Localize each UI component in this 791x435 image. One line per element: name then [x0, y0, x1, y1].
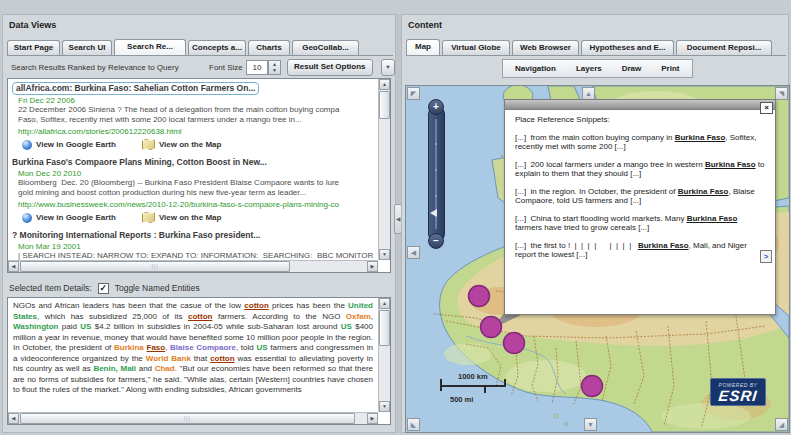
- scroll-left-icon[interactable]: ◀: [8, 261, 19, 272]
- popup-title-bar[interactable]: [505, 100, 775, 110]
- named-entity: Faso: [147, 343, 166, 352]
- zoom-slider-handle[interactable]: [430, 209, 437, 217]
- zoom-out-button[interactable]: −: [428, 233, 444, 249]
- pan-bottom-right-icon[interactable]: ◢: [775, 418, 788, 431]
- tab-charts[interactable]: Charts: [248, 40, 290, 55]
- result-title[interactable]: Burkina Faso's Compaore Plans Mining, Co…: [12, 157, 378, 168]
- data-views-tabbar: Start Page Search UI Search Re... Concep…: [7, 39, 393, 56]
- tab-concepts[interactable]: Concepts a...: [188, 40, 246, 55]
- data-views-title: Data Views: [9, 20, 56, 30]
- place-entity[interactable]: Burkina Faso: [638, 241, 689, 250]
- content-panel: Content Map Virtual Globe Web Browser Hy…: [401, 14, 789, 433]
- details-plain-text: ,: [371, 312, 373, 321]
- scroll-up-icon[interactable]: ▲: [379, 298, 390, 309]
- tab-search-ui[interactable]: Search UI: [62, 40, 112, 55]
- results-controls-row: Search Results Ranked by Relevance to Qu…: [9, 59, 391, 77]
- result-snippet-line: Faso, Sofitex, recently met with some 20…: [12, 115, 378, 125]
- search-results-list: allAfrica.com: Burkina Faso: Sahelian Co…: [7, 78, 391, 273]
- result-snippet-line: gold mining and boost cotton production …: [12, 188, 378, 198]
- details-vscroll-thumb[interactable]: [379, 310, 390, 346]
- tab-web-browser[interactable]: Web Browser: [512, 40, 579, 55]
- pan-bottom-left-icon[interactable]: ◣: [407, 418, 420, 431]
- search-result-item[interactable]: Burkina Faso's Compaore Plans Mining, Co…: [12, 157, 378, 223]
- app-window: Data Views Start Page Search UI Search R…: [0, 0, 791, 435]
- result-set-options-button[interactable]: Result Set Options: [287, 59, 373, 76]
- zoom-in-button[interactable]: +: [428, 99, 444, 115]
- place-entity[interactable]: Burkina Faso: [705, 160, 756, 169]
- zoom-slider[interactable]: + −: [428, 106, 445, 242]
- navigation-menu-button[interactable]: Navigation: [515, 64, 556, 73]
- details-vertical-scrollbar[interactable]: ▲ ▼: [378, 298, 390, 412]
- result-snippet-line: 22 December 2006 Siniena ? The head of a…: [12, 105, 378, 115]
- map-toolbar: Navigation Layers Draw Print: [502, 59, 693, 78]
- scroll-down-icon[interactable]: ▼: [379, 401, 390, 412]
- font-size-stepper[interactable]: ▲▼: [268, 60, 281, 75]
- details-plain-text: and: [136, 364, 155, 373]
- view-in-google-earth-link[interactable]: View in Google Earth: [22, 140, 116, 150]
- snippet-text: [...] from the main cotton buying compan…: [515, 133, 675, 142]
- tab-geocollab[interactable]: GeoCollab...: [292, 40, 359, 55]
- named-entity: cotton: [244, 301, 268, 310]
- result-title-selected[interactable]: allAfrica.com: Burkina Faso: Sahelian Co…: [12, 82, 259, 95]
- map-marker[interactable]: [469, 286, 490, 307]
- tab-start-page[interactable]: Start Page: [7, 40, 60, 55]
- result-snippet-line: Bloomberg Dec. 20 (Bloomberg) -- Burkina…: [12, 178, 378, 188]
- scroll-down-icon[interactable]: ▼: [379, 249, 390, 260]
- font-size-decrease-icon[interactable]: ▼: [269, 67, 280, 73]
- scroll-right-icon[interactable]: ▶: [367, 261, 378, 272]
- toggle-named-entities-label: Toggle Named Entities: [115, 283, 200, 293]
- tab-search-results[interactable]: Search Re...: [114, 39, 186, 55]
- tab-virtual-globe[interactable]: Virtual Globe: [442, 40, 510, 55]
- pan-top-left-icon[interactable]: ◤: [407, 87, 420, 100]
- map-marker[interactable]: [481, 317, 502, 338]
- result-url[interactable]: http://allafrica.com/stories/20061222063…: [12, 127, 378, 137]
- search-result-item[interactable]: allAfrica.com: Burkina Faso: Sahelian Co…: [12, 82, 378, 150]
- scroll-left-icon[interactable]: ◀: [8, 413, 19, 424]
- font-size-input[interactable]: 10: [246, 60, 268, 75]
- tab-hypotheses[interactable]: Hypotheses and E...: [581, 40, 674, 55]
- layers-menu-button[interactable]: Layers: [576, 64, 602, 73]
- results-horizontal-scrollbar[interactable]: ◀ ||| ▶: [8, 260, 378, 272]
- pan-left-icon[interactable]: ◀: [407, 246, 420, 259]
- details-hscroll-thumb[interactable]: |||: [20, 413, 355, 424]
- search-ranked-label: Search Results Ranked by Relevance to Qu…: [11, 63, 179, 72]
- result-set-options-dropdown-icon[interactable]: ▼: [381, 59, 395, 76]
- map-marker[interactable]: [582, 376, 603, 397]
- pan-top-right-icon[interactable]: ◥: [775, 87, 788, 100]
- result-title[interactable]: ? Monitoring International Reports : Bur…: [12, 230, 378, 241]
- named-entity: cotton: [188, 312, 212, 321]
- place-entity[interactable]: Burkina Faso: [687, 214, 738, 223]
- print-menu-button[interactable]: Print: [661, 64, 679, 73]
- result-title[interactable]: allAfrica.com: Burkina Faso: Sahelian Co…: [12, 82, 378, 95]
- map-scale-bar: 1000 km 500 mi: [436, 372, 526, 408]
- map-viewport[interactable]: ◤ ◥ ◣ ◢ ▲ ◀ ▼ + − × Place Reference S: [405, 85, 790, 433]
- pan-down-icon[interactable]: ▼: [584, 418, 597, 431]
- tab-map[interactable]: Map: [406, 39, 440, 55]
- view-on-map-link[interactable]: View on the Map: [142, 212, 222, 223]
- view-on-map-label: View on the Map: [159, 213, 222, 222]
- result-links: View in Google Earth View on the Map: [12, 139, 378, 150]
- search-result-item[interactable]: ? Monitoring International Reports : Bur…: [12, 230, 378, 260]
- result-url[interactable]: http://www.businessweek.com/news/2010-12…: [12, 200, 378, 210]
- view-in-google-earth-link[interactable]: View in Google Earth: [22, 213, 116, 223]
- place-snippet: [...] 200 local farmers under a mango tr…: [515, 160, 765, 179]
- details-horizontal-scrollbar[interactable]: ◀ ||| ▶: [8, 412, 378, 424]
- scroll-right-icon[interactable]: ▶: [367, 413, 378, 424]
- popup-title-text: Place Reference Snippets:: [515, 115, 765, 125]
- view-on-map-link[interactable]: View on the Map: [142, 139, 222, 150]
- tab-document-repository[interactable]: Document Reposi...: [676, 40, 772, 55]
- results-hscroll-thumb[interactable]: |||: [20, 261, 290, 272]
- draw-menu-button[interactable]: Draw: [622, 64, 642, 73]
- results-vertical-scrollbar[interactable]: ▲ ▼: [378, 79, 390, 260]
- map-marker[interactable]: [504, 333, 525, 354]
- next-snippets-icon[interactable]: >: [760, 250, 772, 263]
- details-plain-text: $4.2 billion in subsidies in 2004-05 whi…: [91, 322, 340, 331]
- place-entity[interactable]: Burkina Faso: [675, 133, 726, 142]
- toggle-named-entities-checkbox[interactable]: ✓: [98, 283, 109, 294]
- scroll-up-icon[interactable]: ▲: [379, 79, 390, 90]
- place-entity[interactable]: Burkina Faso: [678, 187, 729, 196]
- view-in-google-earth-label: View in Google Earth: [36, 213, 116, 222]
- snippet-text: [...] in the region. In October, the pre…: [515, 187, 678, 196]
- results-vscroll-thumb[interactable]: [379, 91, 390, 119]
- named-entity: Oxfam: [346, 312, 371, 321]
